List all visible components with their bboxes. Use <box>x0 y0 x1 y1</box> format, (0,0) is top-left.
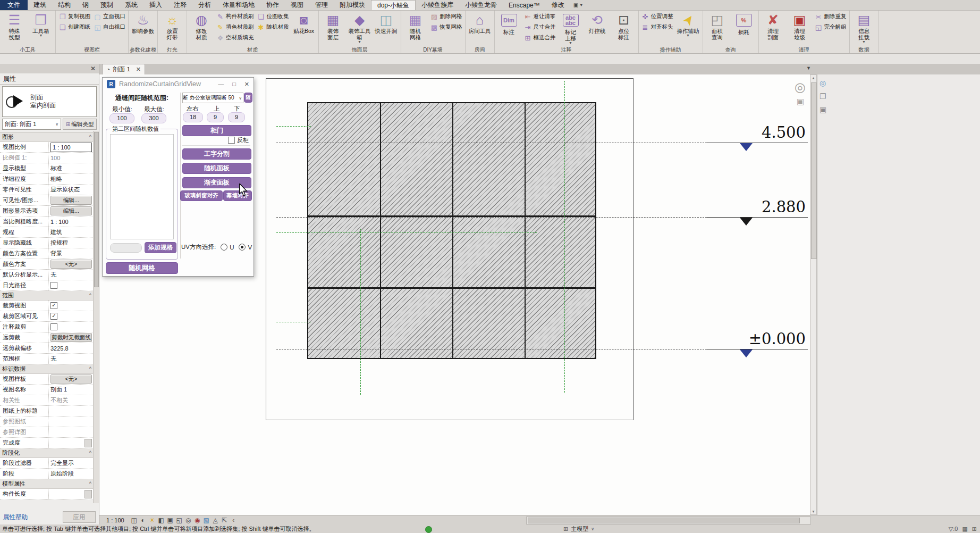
align-head-button[interactable]: ≣对齐标头 <box>640 22 675 32</box>
cabinet-door-button[interactable]: 柜门 <box>182 125 251 136</box>
detail-level-icon[interactable]: ◫ <box>130 517 139 524</box>
property-row[interactable]: 可见性/图形...编辑... <box>0 195 94 206</box>
property-checkbox[interactable] <box>50 323 57 330</box>
property-mini-button[interactable] <box>85 490 92 498</box>
min-value-input[interactable]: 100 <box>109 113 134 123</box>
uv-v-radio[interactable] <box>239 244 246 251</box>
menu-tab[interactable]: 注释 <box>168 0 192 10</box>
property-value-button[interactable]: 编辑... <box>50 206 92 215</box>
pages-icon[interactable]: ❐ <box>820 92 826 101</box>
led-lines-button[interactable]: ☰特殊 线型 <box>1 11 28 40</box>
property-row[interactable]: 阶段过滤器完全显示 <box>0 458 94 469</box>
info-mount-button[interactable]: ▤信息 挂载▼ <box>851 11 877 44</box>
quick-hole-button[interactable]: ◫快速开洞 <box>373 11 400 34</box>
property-value-button[interactable]: 剪裁时无截面线 <box>50 333 92 342</box>
down-input[interactable]: 9 <box>228 112 245 122</box>
glass-align-button[interactable]: 玻璃斜窗对齐 <box>180 190 223 201</box>
property-group-header[interactable]: 模型属性^ <box>0 479 94 489</box>
type-selector[interactable]: 剖面室内剖面 <box>2 86 97 117</box>
menu-tab[interactable]: 结构 <box>52 0 77 10</box>
property-checkbox[interactable]: ✓ <box>50 313 57 320</box>
clean-section-button[interactable]: ✘清理 剖面 <box>760 11 787 40</box>
avoid-zero-button[interactable]: ⇤避让清零 <box>522 11 557 22</box>
random-values-listbox[interactable] <box>110 134 174 239</box>
property-value-button[interactable]: <无> <box>50 260 92 269</box>
property-group-header[interactable]: 范围^ <box>0 291 94 301</box>
menu-tab[interactable]: 小鲮鱼龙骨 <box>459 0 503 10</box>
i-split-button[interactable]: 工字分割 <box>182 148 251 160</box>
property-row[interactable]: 参照图纸 <box>0 417 94 427</box>
steering-wheel-icon[interactable]: ◎ <box>795 80 806 95</box>
property-mini-button[interactable] <box>85 439 92 447</box>
box-icon[interactable]: ▣ <box>820 105 826 114</box>
random-grid-button[interactable]: ▦随机 网格 <box>402 11 429 40</box>
reveal-hidden-elements-icon[interactable]: ◉ <box>193 517 202 524</box>
random-grid-button[interactable]: 随机网格 <box>106 262 178 274</box>
property-row[interactable]: 图形显示选项编辑... <box>0 206 94 216</box>
property-row[interactable]: 默认分析显示...无 <box>0 270 94 280</box>
menu-tab[interactable]: 协作 <box>260 0 285 10</box>
menu-tab[interactable]: 附加模块 <box>334 0 371 10</box>
position-adjust-button[interactable]: ✜位置调整 <box>640 11 675 22</box>
property-row[interactable]: 相关性不相关 <box>0 395 94 406</box>
property-row[interactable]: 远剪裁剪裁时无截面线 <box>0 332 94 343</box>
scrollbar-thumb[interactable] <box>811 82 817 259</box>
edit-type-button[interactable]: ⊞ 编辑类型 <box>63 119 97 130</box>
property-group-header[interactable]: 图形^ <box>0 132 94 142</box>
workset-selector[interactable]: ⊞ 主模型 ∨ <box>563 525 594 533</box>
chevron-down-icon[interactable]: ▼ <box>806 65 811 71</box>
menu-tab[interactable]: 预制 <box>95 0 119 10</box>
menu-tab[interactable]: 插入 <box>143 0 168 10</box>
delete-dup-button[interactable]: ≍删除重复 <box>813 11 848 22</box>
delete-grid-button[interactable]: ▨删除网格 <box>429 11 464 22</box>
temporary-view-properties-icon[interactable]: ▧ <box>202 517 211 524</box>
left-right-input[interactable]: 18 <box>183 112 203 122</box>
horizontal-scrollbar[interactable] <box>526 517 811 524</box>
vertical-scrollbar[interactable]: ▲ ▼ <box>810 74 817 515</box>
sheet-button[interactable]: ❏创建图纸 <box>57 22 92 32</box>
property-row[interactable]: 视图比例1 : 100 <box>0 142 94 153</box>
modify-material-button[interactable]: ◍修改 材质 <box>188 11 215 40</box>
ribbon-overflow-icon[interactable]: ▣▼ <box>573 0 583 10</box>
uv-u-radio[interactable] <box>221 244 227 251</box>
property-row[interactable]: 规程建筑 <box>0 227 94 238</box>
scrollbar-thumb[interactable] <box>528 518 800 523</box>
view-tab-section[interactable]: ◔ 剖面 1 ✕ <box>102 64 145 74</box>
minimize-icon[interactable]: — <box>218 81 224 87</box>
curtain-wall-elevation[interactable] <box>307 102 596 359</box>
property-checkbox[interactable] <box>50 282 57 289</box>
mini-random-button[interactable]: 随 <box>244 93 252 103</box>
area-query-button[interactable]: ◰面积 查询 <box>704 11 731 40</box>
curtain-type-dropdown[interactable]: 断 办公室玻璃隔断 50∨ <box>182 93 243 103</box>
scroll-down-icon[interactable]: ▼ <box>812 510 815 513</box>
property-value-button[interactable]: <无> <box>50 374 92 384</box>
scroll-up-icon[interactable]: ▲ <box>812 76 815 80</box>
component-brush-button[interactable]: ✎构件材质刷 <box>215 11 256 22</box>
random-material-button[interactable]: ✱随机材质 <box>256 22 291 32</box>
property-row[interactable]: 构件长度 <box>0 489 94 499</box>
properties-scrollbar[interactable] <box>93 131 99 503</box>
menu-tab[interactable]: dop-小鲮鱼 <box>371 0 416 10</box>
property-row[interactable]: 颜色方案位置背景 <box>0 248 94 259</box>
property-row[interactable]: 日光路径 <box>0 280 94 291</box>
menu-tab[interactable]: 文件 <box>0 0 28 10</box>
dim-button[interactable]: Dim标注 <box>496 11 522 35</box>
property-row[interactable]: 详细程度粗略 <box>0 174 94 185</box>
property-row[interactable]: 完成度 <box>0 438 94 448</box>
clean-trash-button[interactable]: ▣清理 垃圾 <box>787 11 813 40</box>
zoom-tool-icon[interactable]: ◎ <box>820 79 826 87</box>
copy-view-button[interactable]: ❐复制视图 <box>57 11 92 22</box>
property-group-header[interactable]: 标识数据^ <box>0 364 94 374</box>
close-icon[interactable]: ✕ <box>244 81 249 88</box>
property-row[interactable]: 显示模型标准 <box>0 163 94 174</box>
property-row[interactable]: 参照详图 <box>0 427 94 438</box>
maximize-icon[interactable]: □ <box>232 81 236 87</box>
box-merge-button[interactable]: ⊞框选合并 <box>522 32 557 43</box>
navigation-box-icon[interactable]: ▣ <box>797 97 804 106</box>
property-value-button[interactable]: 编辑... <box>50 196 92 205</box>
temporary-hide-isolate-icon[interactable]: ◎ <box>184 517 193 524</box>
properties-help-link[interactable]: 属性帮助 <box>3 513 28 521</box>
point-tag-button[interactable]: ⊡点位 标注 <box>611 11 637 40</box>
up-input[interactable]: 9 <box>207 112 224 122</box>
fill-brush-button[interactable]: ✎填色材质刷 <box>215 22 256 32</box>
